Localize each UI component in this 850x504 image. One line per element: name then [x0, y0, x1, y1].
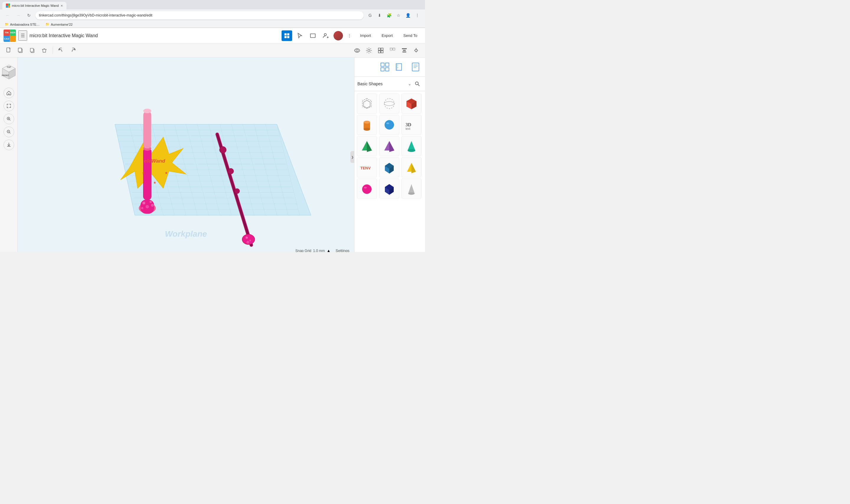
fit-icon: [6, 103, 12, 109]
home-icon: [6, 90, 12, 96]
download-view-button[interactable]: [3, 140, 14, 150]
shape-box-hole[interactable]: [357, 93, 377, 114]
more-btn[interactable]: ⋮: [413, 11, 421, 19]
svg-text:TOP: TOP: [6, 66, 11, 68]
toolbar-right: [352, 45, 421, 56]
group-button[interactable]: [375, 45, 386, 56]
view3d-button[interactable]: [308, 30, 318, 41]
add-person-icon: [323, 33, 329, 39]
bookmark-folder-icon-2: 📁: [46, 22, 50, 26]
shape-pyramid-purple[interactable]: [379, 136, 399, 156]
google-icon-btn[interactable]: G: [366, 11, 374, 19]
view-cube[interactable]: TOP FRONT: [0, 62, 18, 83]
pick-icon: [296, 33, 303, 39]
more-options-button[interactable]: ⋮: [345, 32, 354, 40]
viewport[interactable]: eleWand ★ ★ ★: [18, 57, 354, 252]
bookmark-star-btn[interactable]: ☆: [394, 11, 402, 19]
shape-pyramid-yellow[interactable]: [401, 157, 421, 177]
mirror-button[interactable]: [411, 45, 421, 56]
zoom-in-button[interactable]: [3, 114, 14, 124]
svg-marker-128: [412, 163, 416, 173]
panel-ruler-view-btn[interactable]: [393, 60, 407, 74]
redo-button[interactable]: [68, 45, 78, 56]
profile-btn[interactable]: 👤: [404, 11, 412, 19]
shape-box-solid[interactable]: [401, 93, 421, 114]
svg-marker-104: [364, 100, 370, 108]
shape-cylinder[interactable]: [357, 115, 377, 135]
new-button[interactable]: [3, 45, 14, 56]
shape-text-3d[interactable]: 3D text: [401, 115, 421, 135]
shape-box-blue[interactable]: [379, 157, 399, 177]
shape-text-tenv[interactable]: TENV: [357, 157, 377, 177]
svg-line-62: [277, 124, 300, 215]
tab-close-btn[interactable]: ✕: [60, 4, 63, 7]
browser-tab[interactable]: micro:bit Interactive Magic Wand ✕: [2, 2, 67, 10]
shape-cone-teal[interactable]: [401, 136, 421, 156]
svg-line-55: [197, 124, 220, 215]
copy-button[interactable]: [15, 45, 26, 56]
light-button[interactable]: [364, 45, 374, 56]
svg-rect-8: [310, 34, 315, 37]
extension-btn[interactable]: 🧩: [385, 11, 393, 19]
download-btn[interactable]: ⬇: [375, 11, 384, 19]
pick-button[interactable]: [294, 30, 305, 41]
snap-grid-dropdown[interactable]: ▲: [327, 249, 330, 252]
shapes-grid: 3D text: [355, 91, 425, 201]
snap-grid-label: Snap Grid: [295, 249, 311, 252]
delete-button[interactable]: [39, 45, 50, 56]
shape-sphere-hole[interactable]: [379, 93, 399, 114]
tab-title: micro:bit Interactive Magic Wand: [12, 4, 59, 7]
back-button[interactable]: ←: [3, 11, 12, 19]
collapse-panel-handle[interactable]: ❯: [350, 151, 355, 163]
mirror-icon: [413, 47, 419, 54]
bookmark-item-2[interactable]: 📁 Aumentame'22: [44, 22, 74, 27]
duplicate-button[interactable]: [27, 45, 38, 56]
zoom-out-button[interactable]: [3, 127, 14, 137]
svg-rect-5: [287, 33, 289, 35]
library-dropdown[interactable]: Basic Shapes Letters Connectors: [357, 82, 408, 86]
shape-pyramid-green[interactable]: [357, 136, 377, 156]
shape-box-navy[interactable]: [379, 179, 399, 199]
import-button[interactable]: Import: [356, 32, 375, 39]
ungroup-button[interactable]: [387, 45, 398, 56]
add-person-button[interactable]: [321, 30, 331, 41]
reload-button[interactable]: ↻: [25, 11, 33, 19]
svg-point-15: [356, 49, 358, 51]
export-button[interactable]: Export: [378, 32, 397, 39]
svg-rect-19: [378, 51, 380, 53]
copy-icon: [17, 47, 24, 54]
svg-point-85: [246, 237, 248, 239]
logo-cell-tin: TIN: [3, 30, 10, 36]
undo-button[interactable]: [56, 45, 67, 56]
svg-point-86: [249, 240, 251, 241]
dropdown-chevron: ⌄: [408, 82, 412, 86]
nav-bar: ← → ↻ G ⬇ 🧩 ☆ 👤 ⋮: [0, 10, 425, 21]
panel-notes-view-btn[interactable]: [409, 60, 423, 74]
settings-button[interactable]: Settings: [336, 249, 349, 252]
menu-icon-button[interactable]: ☰: [18, 30, 27, 41]
avatar: [333, 31, 343, 40]
forward-button[interactable]: →: [14, 11, 22, 19]
panel-grid-view-btn[interactable]: [378, 60, 392, 74]
camera-eye-button[interactable]: [352, 45, 362, 56]
fit-view-button[interactable]: [3, 101, 14, 111]
grid-view-button[interactable]: [282, 30, 292, 41]
shape-cone-gray[interactable]: [401, 179, 421, 199]
align-button[interactable]: [399, 45, 410, 56]
bookmark-item-1[interactable]: 📁 Ambaixadora STE…: [3, 22, 41, 27]
shape-sphere-pink[interactable]: [357, 179, 377, 199]
svg-line-102: [418, 84, 419, 86]
home-button[interactable]: [3, 88, 14, 98]
svg-rect-23: [402, 48, 407, 49]
svg-point-82: [228, 168, 234, 174]
svg-point-112: [364, 121, 370, 124]
logo-cell-ker: KER: [10, 30, 16, 36]
shape-sphere[interactable]: [379, 115, 399, 135]
svg-point-83: [235, 188, 240, 194]
address-bar[interactable]: [35, 11, 364, 19]
workplane-watermark: Workplane: [165, 229, 207, 239]
send-to-button[interactable]: Send To: [399, 32, 421, 39]
svg-line-50: [141, 124, 163, 215]
bookmark-folder-icon-1: 📁: [5, 22, 9, 26]
search-shapes-button[interactable]: [413, 79, 422, 89]
